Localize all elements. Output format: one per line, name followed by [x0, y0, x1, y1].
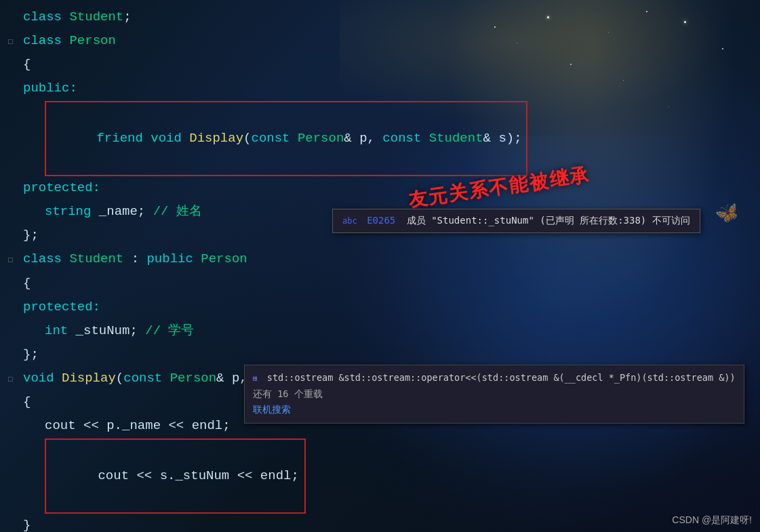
- code-line-13: };: [0, 343, 760, 367]
- error-tooltip: abc E0265 成员 "Student::_stuNum" (已声明 所在行…: [332, 209, 700, 233]
- autocomplete-overloads: 还有 16 个重载: [253, 387, 736, 402]
- error-code: E0265: [367, 215, 395, 226]
- code-line-1: class Student;: [0, 5, 760, 29]
- watermark: CSDN @是阿建呀!: [672, 514, 752, 527]
- code-line-10: {: [0, 272, 760, 295]
- code-line-18: }: [0, 514, 760, 532]
- error-message: 成员 "Student::_stuNum" (已声明 所在行数:338) 不可访…: [407, 215, 690, 226]
- code-line-3: {: [0, 53, 760, 77]
- code-editor: class Student; □ class Person { public: …: [0, 0, 760, 532]
- autocomplete-popup: ⊞ std::ostream &std::ostream::operator<<…: [244, 365, 744, 424]
- autocomplete-signature: ⊞ std::ostream &std::ostream::operator<<…: [253, 371, 736, 386]
- code-line-9: □ class Student : public Person: [0, 247, 760, 271]
- autocomplete-link[interactable]: 联机搜索: [253, 403, 736, 417]
- code-line-17: cout << s._stuNum << endl;: [0, 438, 760, 514]
- online-search-link[interactable]: 联机搜索: [253, 404, 291, 415]
- code-line-12: int _stuNum; // 学号: [0, 319, 760, 343]
- code-line-5: friend void Display(const Person& p, con…: [0, 101, 760, 176]
- code-line-2: □ class Person: [0, 29, 760, 53]
- code-line-6: protected:: [0, 176, 760, 200]
- code-line-4: public:: [0, 77, 760, 100]
- error-icon: abc: [342, 216, 357, 226]
- code-line-11: protected:: [0, 295, 760, 319]
